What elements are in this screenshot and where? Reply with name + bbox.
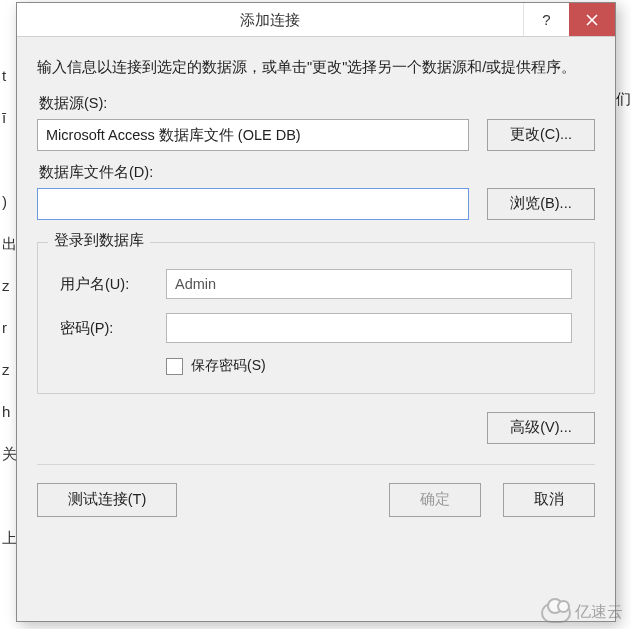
change-button[interactable]: 更改(C)... <box>487 119 595 151</box>
advanced-button[interactable]: 高级(V)... <box>487 412 595 444</box>
background-fragment-right: 们 <box>616 90 631 109</box>
username-input[interactable] <box>166 269 572 299</box>
cloud-icon <box>541 603 571 623</box>
dbfile-input[interactable] <box>37 188 469 220</box>
intro-text: 输入信息以连接到选定的数据源，或单击"更改"选择另一个数据源和/或提供程序。 <box>37 55 595 80</box>
close-button[interactable] <box>569 3 615 36</box>
save-password-checkbox[interactable] <box>166 358 183 375</box>
login-legend: 登录到数据库 <box>48 231 150 250</box>
help-button[interactable]: ? <box>523 3 569 36</box>
titlebar: 添加连接 ? <box>17 3 615 37</box>
browse-button[interactable]: 浏览(B)... <box>487 188 595 220</box>
password-label: 密码(P): <box>60 319 166 338</box>
cancel-button[interactable]: 取消 <box>503 483 595 517</box>
save-password-label: 保存密码(S) <box>191 357 266 375</box>
ok-button[interactable]: 确定 <box>389 483 481 517</box>
test-connection-button[interactable]: 测试连接(T) <box>37 483 177 517</box>
add-connection-dialog: 添加连接 ? 输入信息以连接到选定的数据源，或单击"更改"选择另一个数据源和/或… <box>16 2 616 622</box>
datasource-label: 数据源(S): <box>39 94 595 113</box>
window-title: 添加连接 <box>17 3 523 36</box>
datasource-value: Microsoft Access 数据库文件 (OLE DB) <box>37 119 469 151</box>
password-input[interactable] <box>166 313 572 343</box>
login-groupbox: 登录到数据库 用户名(U): 密码(P): 保存密码(S) <box>37 242 595 394</box>
watermark-text: 亿速云 <box>575 602 623 623</box>
background-fragment: tī )出zrzh关 上 <box>2 55 12 615</box>
dbfile-label: 数据库文件名(D): <box>39 163 595 182</box>
close-icon <box>586 14 598 26</box>
watermark: 亿速云 <box>541 602 623 623</box>
username-label: 用户名(U): <box>60 275 166 294</box>
